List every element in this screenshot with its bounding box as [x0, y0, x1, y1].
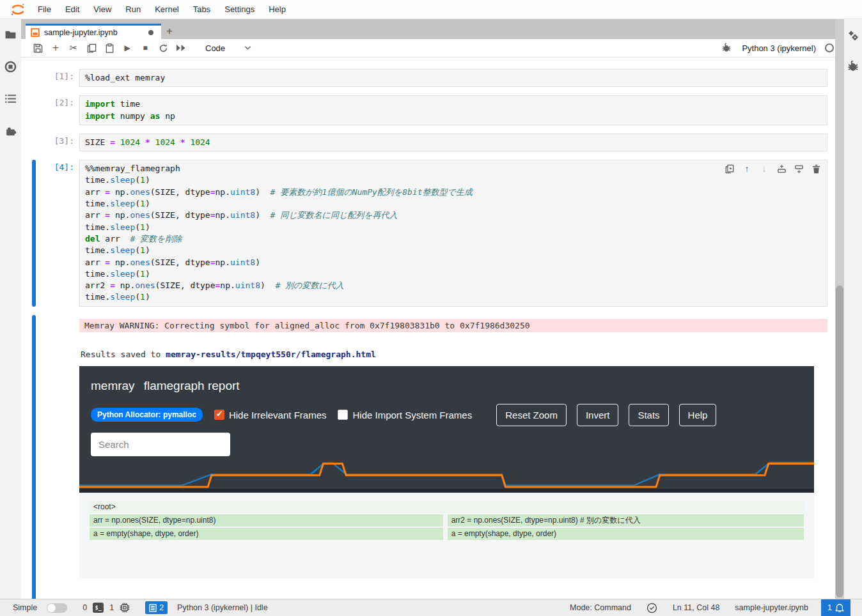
insert-cell-above-icon[interactable]: [776, 163, 787, 174]
unsaved-changes-dot: [148, 30, 153, 35]
memory-usage-chart[interactable]: [79, 457, 814, 489]
cell-toolbar: ↑ ↓: [724, 163, 822, 174]
allocator-badge: Python Allocator: pymalloc: [91, 408, 203, 422]
report-title-text: flamegraph report: [144, 379, 240, 393]
menu-bar: FileEditViewRunKernelTabsSettingsHelp: [0, 0, 862, 19]
cell-type-value: Code: [205, 43, 225, 53]
kernel-name-button[interactable]: Python 3 (ipykernel): [742, 43, 816, 53]
code-editor-content: %load_ext memray: [85, 72, 822, 84]
debugger-icon[interactable]: [847, 60, 859, 73]
mode-indicator: Mode: Command: [570, 603, 631, 612]
hide-irrelevant-frames-checkbox[interactable]: Hide Irrelevant Frames: [214, 410, 327, 420]
paste-cells-button[interactable]: [102, 41, 117, 55]
flame-bar[interactable]: arr = np.ones(SIZE, dtype=np.uint8): [90, 514, 443, 527]
chevron-down-icon: [244, 45, 251, 50]
code-cell-2: [2]: import timeimport numpy as np: [32, 95, 827, 125]
duplicate-cell-icon[interactable]: [724, 163, 735, 174]
flame-bar[interactable]: <root>: [90, 501, 804, 513]
kernel-status-icon[interactable]: [825, 43, 834, 52]
cell-collapser[interactable]: [32, 95, 36, 125]
tab-title: sample-jupyter.ipynb: [44, 28, 144, 37]
restart-run-all-button[interactable]: [173, 41, 189, 55]
search-row: [91, 433, 803, 456]
restart-kernel-button[interactable]: [155, 41, 171, 55]
menu-run[interactable]: Run: [118, 0, 148, 19]
report-controls: Python Allocator: pymalloc Hide Irreleva…: [91, 404, 803, 426]
cursor-position[interactable]: Ln 11, Col 48: [673, 603, 719, 612]
kernel-chip-icon: [120, 603, 130, 613]
running-sessions-icon[interactable]: [4, 60, 17, 73]
code-cell-4: [4]: ↑ ↓: [32, 160, 827, 307]
invert-button[interactable]: Invert: [577, 404, 619, 426]
reset-zoom-button[interactable]: Reset Zoom: [496, 404, 567, 426]
property-inspector-icon[interactable]: [847, 29, 859, 42]
kernel-status-text[interactable]: Python 3 (ipykernel) | Idle: [177, 603, 268, 612]
right-sidebar: [844, 19, 862, 599]
tab-sample-jupyter[interactable]: sample-jupyter.ipynb: [26, 24, 161, 39]
notebook-tab-count-badge[interactable]: 2: [145, 601, 168, 614]
checkbox-label: Hide Irrelevant Frames: [229, 410, 327, 420]
cell-collapser[interactable]: [32, 134, 36, 151]
active-cell-collapser[interactable]: [32, 160, 36, 307]
checkbox-checked-icon[interactable]: [214, 410, 224, 420]
menu-edit[interactable]: Edit: [58, 0, 86, 19]
stats-button[interactable]: Stats: [629, 404, 668, 426]
left-sidebar: [0, 19, 21, 599]
new-tab-button[interactable]: +: [161, 24, 178, 39]
flame-bar[interactable]: arr2 = np.ones(SIZE, dtype=np.uint8) # 別…: [448, 514, 804, 527]
results-prefix: Results saved to: [81, 350, 166, 359]
flame-bar[interactable]: a = empty(shape, dtype, order): [448, 528, 804, 540]
cell-editor[interactable]: SIZE = 1024 * 1024 * 1024: [79, 134, 827, 151]
interrupt-kernel-button[interactable]: ■: [137, 41, 153, 55]
menu-help[interactable]: Help: [262, 0, 293, 19]
chart-series-resident: [79, 463, 814, 486]
trust-indicator-icon: [646, 603, 657, 613]
main-dock-panel: sample-jupyter.ipynb + + ✂ ▶ ■: [21, 19, 844, 599]
table-of-contents-icon[interactable]: [4, 92, 17, 105]
save-button[interactable]: [30, 41, 45, 55]
menu-kernel[interactable]: Kernel: [148, 0, 186, 19]
toggle-knob: [47, 604, 56, 612]
notebook-badge-count: 2: [159, 603, 164, 612]
code-cell-1: [1]: %load_ext memray: [32, 69, 827, 87]
running-sessions-status[interactable]: 0 $_ 1: [82, 603, 130, 613]
menu-tabs[interactable]: Tabs: [186, 0, 217, 19]
run-cell-button[interactable]: ▶: [120, 41, 135, 55]
vertical-scrollbar[interactable]: [835, 19, 844, 599]
code-cell-3: [3]: SIZE = 1024 * 1024 * 1024: [32, 134, 827, 151]
flamegraph-link[interactable]: memray-results/tmpqeyt550r/flamegraph.ht…: [166, 350, 376, 359]
toolbar-debugger-icon[interactable]: [719, 41, 734, 55]
move-cell-down-icon[interactable]: ↓: [758, 163, 770, 174]
report-header-panel: memray flamegraph report Python Allocato…: [79, 366, 814, 493]
cell-collapser[interactable]: [32, 69, 36, 87]
cell-editor[interactable]: ↑ ↓ %%memray_flamegraphtime.sleep(1)arr …: [79, 160, 827, 307]
move-cell-up-icon[interactable]: ↑: [741, 163, 753, 174]
simple-mode-toggle[interactable]: [47, 603, 67, 613]
notifications-badge[interactable]: 1: [821, 599, 850, 616]
cell-editor[interactable]: import timeimport numpy as np: [79, 95, 827, 125]
flame-bar[interactable]: a = empty(shape, dtype, order): [90, 528, 443, 540]
cell-editor[interactable]: %load_ext memray: [79, 69, 827, 87]
checkbox-unchecked-icon[interactable]: [338, 410, 348, 420]
delete-cell-icon[interactable]: [810, 163, 822, 174]
hide-import-system-frames-checkbox[interactable]: Hide Import System Frames: [338, 410, 472, 420]
menu-view[interactable]: View: [86, 0, 118, 19]
copy-cells-button[interactable]: [84, 41, 99, 55]
notebook-toolbar: + ✂ ▶ ■ Code Python 3 (: [21, 39, 844, 58]
cut-cells-button[interactable]: ✂: [66, 41, 81, 55]
file-browser-icon[interactable]: [4, 28, 17, 41]
chart-axis-band: [79, 489, 814, 493]
memray-report-frame: memray flamegraph report Python Allocato…: [79, 366, 814, 578]
cell-type-select[interactable]: Code: [200, 42, 256, 54]
extension-manager-icon[interactable]: [4, 124, 17, 137]
search-input[interactable]: [91, 433, 230, 456]
flame-row: arr = np.ones(SIZE, dtype=np.uint8)arr2 …: [90, 514, 804, 527]
insert-cell-button[interactable]: +: [48, 41, 63, 55]
report-buttons: Reset ZoomInvertStatsHelp: [496, 404, 716, 426]
menu-file[interactable]: File: [31, 0, 58, 19]
insert-cell-below-icon[interactable]: [793, 163, 804, 174]
status-bar: Simple 0 $_ 1 2 Python 3 (ipykernel) | I…: [0, 599, 862, 616]
help-button[interactable]: Help: [679, 404, 717, 426]
scrollbar-thumb[interactable]: [836, 286, 843, 597]
menu-settings[interactable]: Settings: [217, 0, 262, 19]
